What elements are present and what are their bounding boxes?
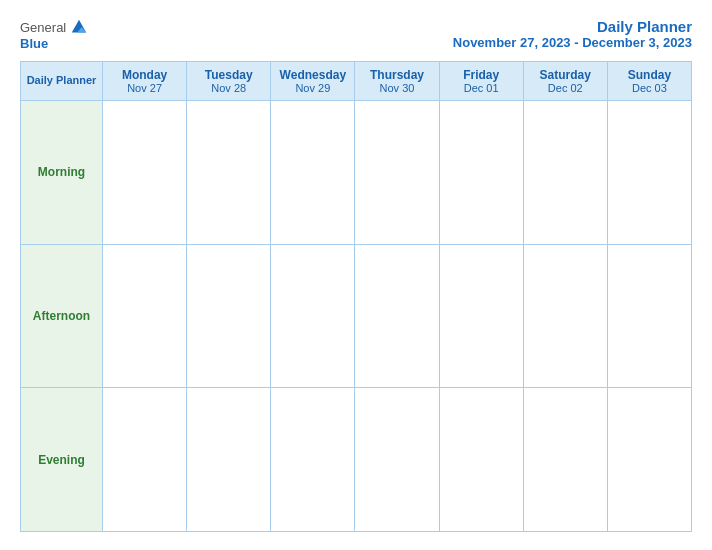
afternoon-monday[interactable] — [103, 244, 187, 388]
table-header-tuesday: Tuesday Nov 28 — [187, 62, 271, 101]
table-header-friday: Friday Dec 01 — [439, 62, 523, 101]
monday-name: Monday — [105, 68, 184, 82]
sunday-name: Sunday — [610, 68, 689, 82]
table-header-saturday: Saturday Dec 02 — [523, 62, 607, 101]
afternoon-friday[interactable] — [439, 244, 523, 388]
friday-name: Friday — [442, 68, 521, 82]
monday-date: Nov 27 — [105, 82, 184, 94]
logo: General — [20, 18, 88, 36]
afternoon-saturday[interactable] — [523, 244, 607, 388]
page-title: Daily Planner — [453, 18, 692, 35]
afternoon-tuesday[interactable] — [187, 244, 271, 388]
tuesday-name: Tuesday — [189, 68, 268, 82]
logo-area: General Blue — [20, 18, 88, 51]
wednesday-date: Nov 29 — [273, 82, 352, 94]
page-header: General Blue Daily Planner November 27, … — [20, 18, 692, 51]
morning-thursday[interactable] — [355, 101, 439, 245]
logo-blue-text: Blue — [20, 36, 48, 51]
table-header-wednesday: Wednesday Nov 29 — [271, 62, 355, 101]
saturday-name: Saturday — [526, 68, 605, 82]
logo-icon — [70, 18, 88, 36]
evening-thursday[interactable] — [355, 388, 439, 532]
evening-monday[interactable] — [103, 388, 187, 532]
morning-tuesday[interactable] — [187, 101, 271, 245]
afternoon-sunday[interactable] — [607, 244, 691, 388]
saturday-date: Dec 02 — [526, 82, 605, 94]
morning-sunday[interactable] — [607, 101, 691, 245]
table-header-row: Daily Planner Monday Nov 27 Tuesday Nov … — [21, 62, 692, 101]
afternoon-label: Afternoon — [21, 244, 103, 388]
morning-monday[interactable] — [103, 101, 187, 245]
morning-friday[interactable] — [439, 101, 523, 245]
evening-sunday[interactable] — [607, 388, 691, 532]
evening-tuesday[interactable] — [187, 388, 271, 532]
logo-general-text: General — [20, 20, 66, 35]
friday-date: Dec 01 — [442, 82, 521, 94]
sunday-date: Dec 03 — [610, 82, 689, 94]
table-header-sunday: Sunday Dec 03 — [607, 62, 691, 101]
wednesday-name: Wednesday — [273, 68, 352, 82]
table-header-monday: Monday Nov 27 — [103, 62, 187, 101]
morning-label: Morning — [21, 101, 103, 245]
evening-saturday[interactable] — [523, 388, 607, 532]
table-header-daily-planner: Daily Planner — [21, 62, 103, 101]
evening-row: Evening — [21, 388, 692, 532]
thursday-name: Thursday — [357, 68, 436, 82]
morning-wednesday[interactable] — [271, 101, 355, 245]
tuesday-date: Nov 28 — [189, 82, 268, 94]
planner-table: Daily Planner Monday Nov 27 Tuesday Nov … — [20, 61, 692, 532]
page-subtitle: November 27, 2023 - December 3, 2023 — [453, 35, 692, 50]
evening-friday[interactable] — [439, 388, 523, 532]
afternoon-thursday[interactable] — [355, 244, 439, 388]
afternoon-wednesday[interactable] — [271, 244, 355, 388]
evening-label: Evening — [21, 388, 103, 532]
title-area: Daily Planner November 27, 2023 - Decemb… — [453, 18, 692, 50]
afternoon-row: Afternoon — [21, 244, 692, 388]
thursday-date: Nov 30 — [357, 82, 436, 94]
evening-wednesday[interactable] — [271, 388, 355, 532]
morning-saturday[interactable] — [523, 101, 607, 245]
table-header-thursday: Thursday Nov 30 — [355, 62, 439, 101]
morning-row: Morning — [21, 101, 692, 245]
